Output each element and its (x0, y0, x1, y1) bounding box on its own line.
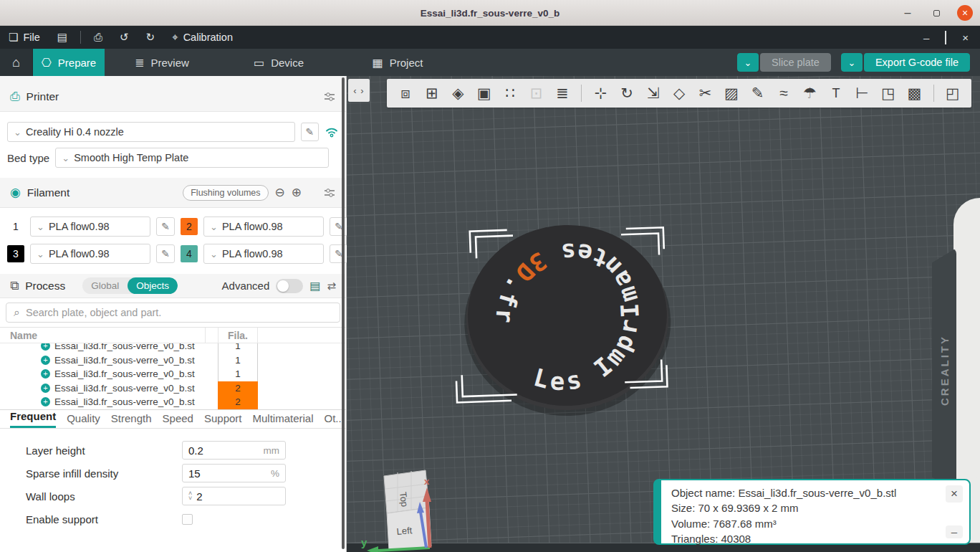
info-minimize-button[interactable]: – (946, 525, 963, 538)
assembly-icon[interactable]: ◰ (941, 82, 964, 105)
window-close-button[interactable]: × (957, 5, 973, 21)
auto-orient-icon[interactable]: ◈ (446, 82, 469, 105)
fuzzy-skin-icon[interactable]: ▩ (903, 82, 926, 105)
paint-tool-icon[interactable]: ✎ (746, 82, 769, 105)
wall-loops-stepper[interactable]: ˄˅ (188, 491, 192, 501)
slice-plate-button[interactable]: Slice plate (760, 53, 831, 72)
edit-printer-button[interactable]: ✎ (301, 123, 319, 141)
edit-filament-2-button[interactable]: ✎ (330, 217, 348, 236)
advanced-toggle[interactable] (276, 279, 303, 293)
expand-icon[interactable]: + (41, 384, 50, 393)
window-maximize-button[interactable] (928, 5, 944, 21)
expand-icon[interactable]: + (41, 369, 50, 379)
cut-tool-icon[interactable]: ✂ (693, 82, 716, 105)
wifi-icon[interactable] (325, 126, 339, 138)
add-model-icon[interactable]: ⧈ (394, 82, 417, 105)
table-row[interactable]: +Essai_li3d.fr_sous-verre_v0_b.st 1 (0, 343, 346, 353)
edit-filament-4-button[interactable]: ✎ (330, 244, 348, 263)
add-plate-icon[interactable]: ⊞ (420, 82, 443, 105)
home-button[interactable]: ⌂ (0, 49, 33, 76)
parameter-list-icon[interactable]: ▤ (309, 279, 320, 292)
notes-button[interactable]: ▤ (49, 26, 76, 49)
panel-scrollbar[interactable] (342, 77, 345, 549)
arrange-plates-icon[interactable]: ⊡ (524, 82, 547, 105)
filament-settings-icon[interactable] (323, 186, 336, 199)
support-paint-icon[interactable]: ☂ (798, 82, 821, 105)
filament-3-color[interactable]: 3 (7, 245, 24, 262)
remove-filament-icon[interactable]: ⊖ (275, 185, 285, 200)
rotate-tool-icon[interactable]: ↻ (615, 82, 638, 105)
undo-button[interactable]: ↺ (111, 26, 138, 49)
seam-paint-icon[interactable]: ≈ (772, 82, 795, 105)
edit-filament-1-button[interactable]: ✎ (156, 217, 175, 236)
filament-3-select[interactable]: ⌄ PLA flow0.98 (30, 244, 150, 264)
filament-2-color[interactable]: 2 (181, 218, 198, 235)
collapse-panel-button[interactable]: ‹ › (348, 79, 370, 102)
search-input[interactable] (26, 307, 332, 318)
wall-loops-input[interactable] (196, 490, 254, 503)
layer-height-input[interactable] (188, 444, 246, 457)
tab-device[interactable]: ▭ Device (219, 49, 338, 76)
filament-assignment[interactable]: 1 (218, 353, 258, 368)
tab-prepare[interactable]: ⎔ Prepare (33, 49, 105, 76)
enable-support-checkbox[interactable] (182, 514, 193, 525)
filament-1-color[interactable]: 1 (7, 218, 24, 235)
measure-tool-icon[interactable]: ⊢ (850, 82, 873, 105)
auto-arrange-icon[interactable]: ▣ (472, 82, 495, 105)
table-row[interactable]: +Essai_li3d.fr_sous-verre_v0_b.st 2 (0, 395, 346, 409)
toggle-global[interactable]: Global (82, 277, 128, 294)
text-tool-icon[interactable]: T (825, 82, 847, 105)
bed-type-select[interactable]: ⌄ Smooth High Temp Plate (55, 148, 329, 168)
tab-multimaterial[interactable]: Multimaterial (253, 412, 314, 428)
add-filament-icon[interactable]: ⊕ (292, 185, 302, 200)
table-row[interactable]: +Essai_li3d.fr_sous-verre_v0_b.st 1 (0, 367, 346, 381)
expand-icon[interactable]: + (41, 397, 50, 406)
lay-on-face-icon[interactable]: ◇ (668, 82, 691, 105)
viewport-3d[interactable]: CREALITY Les ImprImantes 3D.fr (347, 76, 980, 552)
menu-file[interactable]: ❏ File (0, 26, 49, 49)
tab-preview[interactable]: ≣ Preview (105, 49, 219, 76)
info-close-button[interactable]: × (946, 485, 963, 503)
tab-support[interactable]: Support (204, 412, 242, 428)
filament-assignment[interactable]: 2 (218, 395, 258, 409)
fill-color-icon[interactable]: ▨ (720, 82, 743, 105)
printer-select[interactable]: ⌄ Creality Hi 0.4 nozzle (7, 122, 295, 142)
arrange-objects-icon[interactable]: ∷ (499, 82, 522, 105)
tab-frequent[interactable]: Frequent (10, 410, 56, 428)
tab-speed[interactable]: Speed (163, 412, 193, 428)
menu-calibration[interactable]: ⌖ Calibration (163, 26, 241, 49)
tab-project[interactable]: ▦ Project (338, 49, 457, 76)
filament-assignment[interactable]: 1 (218, 343, 258, 353)
save-button[interactable]: ⎙ (85, 26, 111, 49)
expand-icon[interactable]: + (41, 356, 50, 365)
move-tool-icon[interactable]: ⊹ (589, 82, 612, 105)
app-close-button[interactable]: × (962, 32, 969, 44)
tab-strength[interactable]: Strength (111, 412, 152, 428)
filament-1-select[interactable]: ⌄ PLA flow0.98 (30, 216, 150, 237)
window-minimize-button[interactable]: – (900, 5, 916, 21)
redo-button[interactable]: ↻ (138, 26, 164, 49)
infill-density-input[interactable] (188, 467, 246, 480)
flushing-volumes-button[interactable]: Flushing volumes (183, 185, 268, 201)
layers-list-icon[interactable]: ≣ (551, 82, 574, 105)
table-row[interactable]: +Essai_li3d.fr_sous-verre_v0_b.st 1 (0, 353, 346, 368)
printer-settings-icon[interactable] (323, 90, 336, 103)
export-gcode-button[interactable]: Export G-code file (864, 53, 970, 72)
app-maximize-button[interactable] (945, 32, 946, 44)
app-minimize-button[interactable]: – (923, 32, 929, 44)
filament-2-select[interactable]: ⌄ PLA flow0.98 (203, 216, 324, 237)
filament-assignment[interactable]: 1 (218, 367, 258, 381)
export-gcode-dropdown[interactable]: ⌄ (841, 53, 863, 72)
ab-compare-icon[interactable]: ⇄ (327, 280, 336, 292)
toggle-objects[interactable]: Objects (128, 277, 178, 294)
edit-filament-3-button[interactable]: ✎ (156, 244, 175, 263)
table-row[interactable]: +Essai_li3d.fr_sous-verre_v0_b.st 2 (0, 381, 346, 396)
filament-4-color[interactable]: 4 (181, 245, 198, 262)
expand-icon[interactable]: + (41, 343, 50, 351)
filament-4-select[interactable]: ⌄ PLA flow0.98 (203, 244, 324, 264)
orientation-gizmo[interactable]: Top Left y x (360, 463, 446, 552)
filament-assignment[interactable]: 2 (218, 381, 258, 396)
sticker-tool-icon[interactable]: ◳ (877, 82, 900, 105)
slice-plate-dropdown[interactable]: ⌄ (737, 53, 759, 72)
scale-tool-icon[interactable]: ⇲ (641, 82, 664, 105)
